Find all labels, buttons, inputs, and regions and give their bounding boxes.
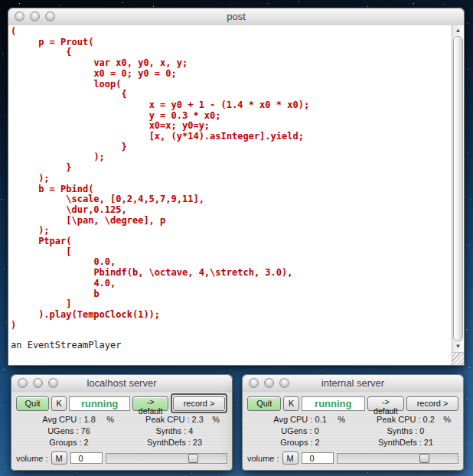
server-button-row: Quit K running -> default record > (247, 395, 458, 412)
make-default-button[interactable]: -> default (132, 396, 168, 411)
resize-grip-icon[interactable] (452, 352, 464, 365)
volume-slider-thumb[interactable] (419, 454, 429, 463)
quit-button[interactable]: Quit (247, 396, 281, 411)
avg-cpu-stat: Avg CPU : 1.8% (16, 414, 122, 425)
avg-cpu-unit: % (338, 414, 345, 425)
internal-server-body: Quit K running -> default record > Avg C… (242, 392, 464, 471)
record-button-frame: record > (406, 396, 458, 411)
vertical-scrollbar[interactable]: ▲ ▼ (452, 25, 464, 365)
avg-cpu-value: Avg CPU : 1.8 (42, 415, 96, 424)
internal-server-window: internal server Quit K running -> defaul… (242, 374, 464, 471)
volume-label: volume : (247, 454, 279, 463)
post-content-area[interactable]: ( p = Prout( { var x0, y0, x, y; x0 = 0;… (8, 25, 465, 366)
zoom-button[interactable] (48, 378, 58, 388)
groups-stat: Groups : 2 (247, 437, 353, 448)
quit-button[interactable]: Quit (16, 396, 49, 411)
zoom-button[interactable] (279, 378, 289, 388)
scrollbar-thumb[interactable] (453, 36, 463, 341)
peak-cpu-value: Peak CPU : 2.3 (145, 415, 204, 424)
localhost-server-body: Quit K running -> default record > Avg C… (11, 392, 233, 471)
record-button-frame: record > (171, 393, 227, 413)
minimize-button[interactable] (33, 378, 43, 388)
kill-button[interactable]: K (283, 396, 298, 411)
groups-stat: Groups : 2 (16, 437, 122, 448)
peak-cpu-unit: % (212, 414, 220, 425)
volume-value-field[interactable]: 0 (302, 452, 334, 464)
window-controls (249, 378, 289, 388)
avg-cpu-unit: % (106, 414, 114, 425)
volume-value-field[interactable]: 0 (70, 452, 103, 464)
internal-titlebar[interactable]: internal server (242, 374, 464, 393)
volume-row: volume : M 0 (247, 452, 458, 465)
post-result-text: an EventStreamPlayer (8, 339, 464, 351)
post-window-title: post (8, 8, 464, 25)
localhost-titlebar[interactable]: localhost server (11, 374, 233, 393)
mute-button[interactable]: M (282, 452, 298, 465)
avg-cpu-stat: Avg CPU : 0.1% (247, 414, 353, 425)
minimize-button[interactable] (30, 11, 40, 21)
close-button[interactable] (18, 378, 28, 388)
record-button[interactable]: record > (173, 396, 225, 411)
mute-button[interactable]: M (51, 452, 67, 465)
close-button[interactable] (15, 11, 24, 21)
scroll-down-arrow-icon[interactable]: ▼ (452, 341, 464, 352)
volume-slider[interactable] (106, 453, 227, 464)
peak-cpu-value: Peak CPU : 0.2 (377, 415, 435, 424)
kill-button[interactable]: K (51, 396, 67, 411)
localhost-server-window: localhost server Quit K running -> defau… (11, 374, 233, 471)
volume-label: volume : (16, 454, 48, 463)
close-button[interactable] (249, 378, 259, 388)
volume-slider-thumb[interactable] (188, 454, 198, 463)
peak-cpu-unit: % (443, 414, 451, 425)
post-titlebar[interactable]: post (8, 8, 465, 26)
zoom-button[interactable] (45, 11, 55, 21)
window-controls (15, 11, 55, 21)
minimize-button[interactable] (264, 378, 274, 388)
server-button-row: Quit K running -> default record > (16, 395, 227, 412)
volume-row: volume : M 0 (16, 452, 227, 465)
post-window: post ( p = Prout( { var x0, y0, x, y; x0… (8, 8, 465, 366)
starfield-background (0, 0, 1, 1)
scroll-up-arrow-icon[interactable]: ▲ (452, 25, 464, 36)
synths-stat: Synths : 4 (122, 425, 227, 437)
make-default-button[interactable]: -> default (367, 396, 404, 411)
server-status-display: running (302, 396, 365, 411)
synthdefs-stat: SynthDefs : 21 (353, 437, 458, 448)
server-status-display: running (69, 396, 130, 411)
server-stats: Avg CPU : 1.8% Peak CPU : 2.3% UGens : 7… (16, 414, 227, 448)
scrollbar-track[interactable] (453, 36, 463, 341)
window-controls (18, 378, 58, 388)
peak-cpu-stat: Peak CPU : 0.2% (353, 414, 458, 425)
ugens-stat: UGens : 0 (247, 425, 353, 437)
ugens-stat: UGens : 76 (16, 425, 122, 437)
posted-code-text: ( p = Prout( { var x0, y0, x, y; x0 = 0;… (8, 25, 464, 331)
volume-slider[interactable] (337, 453, 458, 464)
record-button[interactable]: record > (406, 396, 458, 411)
avg-cpu-value: Avg CPU : 0.1 (273, 415, 327, 424)
peak-cpu-stat: Peak CPU : 2.3% (122, 414, 227, 425)
synths-stat: Synths : 0 (353, 425, 458, 437)
server-stats: Avg CPU : 0.1% Peak CPU : 0.2% UGens : 0… (247, 414, 458, 448)
synthdefs-stat: SynthDefs : 23 (122, 437, 227, 448)
